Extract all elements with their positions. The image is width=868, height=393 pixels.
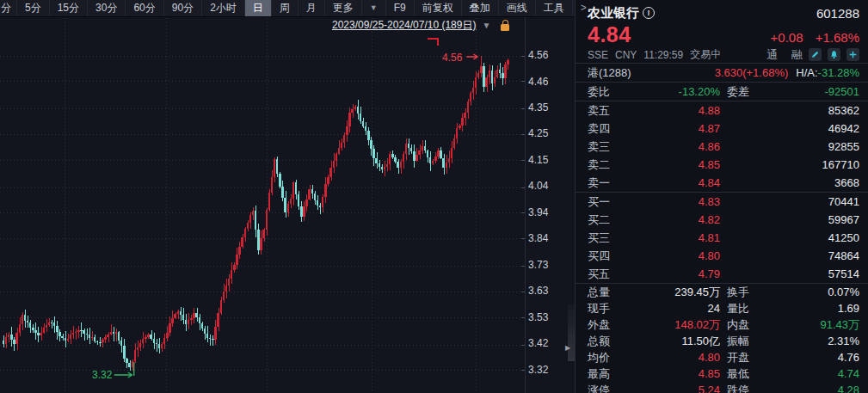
tab-60min[interactable]: 60分	[126, 0, 163, 16]
ask-row-3[interactable]: 卖三4.8692855	[576, 138, 868, 156]
bid-label: 买三	[588, 230, 637, 246]
ask-label: 卖三	[588, 139, 637, 155]
stat-value: 4.74	[772, 367, 859, 380]
date-range-control[interactable]: 2023/09/25-2024/07/10 (189日) ▼	[332, 18, 509, 33]
ask-price[interactable]: 4.84	[637, 176, 720, 189]
button-drawing[interactable]: 画线	[499, 0, 536, 16]
edit-icon[interactable]	[809, 48, 822, 61]
bid-label: 买一	[588, 194, 637, 210]
y-axis-label: 4.25	[528, 127, 566, 139]
y-axis-label: 3.32	[528, 364, 566, 376]
ask-price[interactable]: 4.87	[637, 122, 720, 135]
toolbar-overflow-arrow[interactable]: >	[573, 0, 594, 16]
chart-region: 分 5分 15分 30分 60分 90分 2小时 日 周 月 更多 ▼ F9 前…	[0, 0, 575, 393]
stock-code: 601288	[816, 6, 859, 21]
bid-row-2[interactable]: 买二4.8259967	[576, 211, 868, 229]
bid-row-5[interactable]: 买五4.7957514	[576, 265, 868, 283]
ask-row-1[interactable]: 卖一4.843668	[576, 174, 868, 192]
button-forward-adjust[interactable]: 前复权	[415, 0, 462, 16]
candlestick-chart[interactable]	[0, 0, 575, 393]
change-value: +0.08	[771, 30, 803, 45]
bid-volume: 57514	[720, 267, 859, 280]
date-range-label: 2023/09/25-2024/07/10 (189日)	[332, 18, 476, 33]
hk-price: 3.630(+1.68%)	[715, 66, 789, 79]
ask-row-4[interactable]: 卖四4.8746942	[576, 120, 868, 138]
info-icon[interactable]: !	[643, 7, 655, 19]
last-price: 4.84	[588, 22, 631, 47]
y-axis-label: 3.53	[528, 311, 566, 323]
tab-weekly[interactable]: 周	[272, 0, 299, 16]
chart-toolbar: 分 5分 15分 30分 60分 90分 2小时 日 周 月 更多 ▼ F9 前…	[0, 0, 575, 17]
bid-row-3[interactable]: 买三4.8141250	[576, 229, 868, 247]
ask-volume: 85362	[720, 104, 859, 117]
market-status: 交易中	[690, 47, 721, 62]
stat-value: 4.80	[637, 351, 720, 364]
y-axis-label: 3.94	[528, 206, 566, 218]
ask-volume: 92855	[720, 140, 859, 153]
stat-label: 现手	[588, 301, 637, 316]
tab-monthly[interactable]: 月	[299, 0, 325, 16]
bid-price[interactable]: 4.79	[637, 267, 720, 280]
bid-volume: 74864	[720, 249, 859, 262]
button-f9[interactable]: F9	[386, 0, 415, 16]
bid-volume: 41250	[720, 231, 859, 244]
stat-label: 外盘	[588, 317, 637, 333]
stat-value: 4.28	[772, 384, 859, 393]
ask-label: 卖二	[588, 157, 637, 173]
alert-icon[interactable]	[828, 48, 840, 61]
ask-volume: 46942	[720, 122, 859, 135]
chevron-down-icon[interactable]: ▼	[362, 0, 386, 16]
tab-90min[interactable]: 90分	[164, 0, 202, 16]
button-tools[interactable]: 工具	[536, 0, 573, 16]
panel-collapse-handle[interactable]: ▶	[568, 304, 575, 361]
quote-time: 11:29:59	[643, 49, 683, 61]
bid-price[interactable]: 4.81	[637, 231, 720, 244]
quote-panel: 农业银行 ! 601288 4.84 +0.08 +1.68% SSE CNY …	[575, 0, 868, 393]
stat-value: 24	[637, 302, 720, 315]
ask-label: 卖四	[588, 121, 637, 137]
hk-quote-row[interactable]: 港(1288) 3.630(+1.68%) H/A: -31.28%	[576, 64, 868, 82]
tab-2hour[interactable]: 2小时	[202, 0, 245, 16]
add-icon[interactable]	[846, 48, 859, 61]
tab-30min[interactable]: 30分	[88, 0, 126, 16]
ask-row-2[interactable]: 卖二4.85167710	[576, 156, 868, 174]
ask-volume: 167710	[720, 158, 859, 171]
stat-row-volume: 总量239.45万换手0.07%	[576, 284, 868, 300]
bid-label: 买四	[588, 249, 637, 264]
y-axis-label: 4.15	[528, 154, 566, 166]
tab-15min[interactable]: 15分	[50, 0, 88, 16]
stat-label: 总量	[588, 285, 637, 300]
weibi-value: -13.20%	[637, 85, 720, 98]
button-overlay[interactable]: 叠加	[462, 0, 499, 16]
stat-value: 91.43万	[772, 317, 859, 333]
margin-badge-rong: 融	[791, 47, 803, 63]
stat-label: 振幅	[727, 334, 772, 349]
y-axis-label: 3.42	[528, 337, 566, 349]
chevron-down-icon[interactable]: ▼	[482, 21, 490, 30]
currency-label: CNY	[615, 49, 637, 61]
collapse-arrow-icon: ▶	[565, 344, 570, 352]
bid-price[interactable]: 4.80	[637, 249, 720, 262]
ask-price[interactable]: 4.85	[637, 158, 720, 171]
stat-label: 内盘	[727, 317, 772, 333]
bid-price[interactable]: 4.82	[637, 213, 720, 226]
tab-5min[interactable]: 5分	[17, 0, 50, 16]
lock-icon[interactable]	[501, 24, 509, 31]
y-axis-label: 3.63	[528, 285, 566, 297]
tab-minute[interactable]: 分	[0, 0, 17, 16]
stat-label: 开盘	[727, 350, 772, 365]
menu-more[interactable]: 更多	[325, 0, 362, 16]
stat-label: 总额	[588, 334, 637, 349]
bid-row-1[interactable]: 买一4.8370441	[576, 193, 868, 211]
stat-value: 0.07%	[772, 286, 859, 298]
ask-row-5[interactable]: 卖五4.8885362	[576, 101, 868, 120]
bid-label: 买二	[588, 212, 637, 228]
tab-daily[interactable]: 日	[245, 0, 272, 16]
period-low-annotation: 3.32	[92, 369, 112, 381]
ask-price[interactable]: 4.88	[637, 104, 720, 117]
ask-label: 卖五	[588, 103, 637, 119]
bid-price[interactable]: 4.83	[637, 195, 720, 208]
change-percent: +1.68%	[816, 30, 859, 45]
bid-row-4[interactable]: 买四4.8074864	[576, 247, 868, 265]
ask-price[interactable]: 4.86	[637, 140, 720, 153]
